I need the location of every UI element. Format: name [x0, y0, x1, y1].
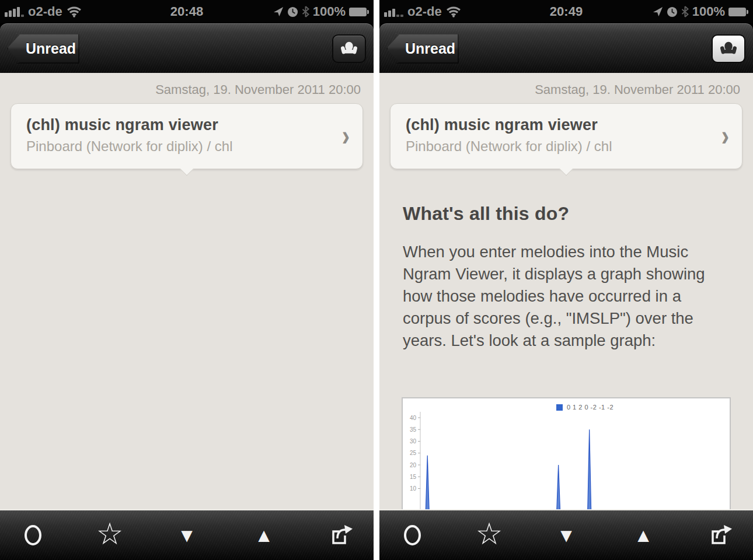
battery-icon — [728, 8, 746, 16]
previous-article-button[interactable]: ▼ — [550, 518, 583, 553]
unread-circle-button[interactable] — [16, 518, 49, 553]
star-icon: ☆ — [96, 519, 124, 549]
svg-text:20: 20 — [410, 462, 417, 468]
date-header: Samstag, 19. November 2011 20:00 — [13, 82, 361, 97]
navigation-bar: Unread — [0, 23, 374, 73]
star-button[interactable]: ☆ — [93, 518, 126, 553]
readability-armchair-button[interactable] — [712, 34, 745, 63]
svg-text:40: 40 — [410, 415, 417, 421]
bottom-toolbar: ☆ ▼ ▲ — [379, 509, 753, 560]
armchair-icon — [719, 41, 738, 57]
ngram-chart: 0 1 2 0 -2 -1 -2 40353025201510 — [402, 397, 731, 509]
back-button-label: Unread — [405, 40, 455, 57]
legend-swatch-icon — [556, 404, 563, 411]
next-article-button[interactable]: ▲ — [247, 518, 280, 553]
article-paragraph: When you enter melodies into the Music N… — [403, 241, 725, 352]
status-bar: o2-de 20:48 100% — [0, 0, 374, 23]
phone-screenshot-left: o2-de 20:48 100% Unrea — [0, 0, 374, 560]
svg-text:35: 35 — [410, 426, 417, 433]
next-article-button[interactable]: ▲ — [627, 518, 660, 553]
card-tail-pointer — [180, 162, 194, 176]
chart-legend: 0 1 2 0 -2 -1 -2 — [421, 404, 731, 411]
chevron-right-icon: › — [342, 119, 350, 152]
armchair-icon — [340, 41, 358, 57]
article-reader-content: Samstag, 19. November 2011 20:00 (chl) m… — [379, 73, 753, 509]
up-triangle-icon: ▲ — [634, 526, 653, 545]
status-bar: o2-de 20:49 100% — [379, 0, 753, 23]
article-card[interactable]: (chl) music ngram viewer Pinboard (Netwo… — [11, 103, 363, 169]
svg-text:30: 30 — [410, 438, 417, 444]
battery-icon — [349, 8, 367, 16]
article-card[interactable]: (chl) music ngram viewer Pinboard (Netwo… — [390, 103, 742, 169]
share-button[interactable] — [704, 518, 737, 553]
back-button-label: Unread — [26, 40, 76, 57]
date-header: Samstag, 19. November 2011 20:00 — [392, 82, 740, 97]
bottom-toolbar: ☆ ▼ ▲ — [0, 509, 374, 560]
chevron-right-icon: › — [721, 119, 729, 152]
back-button-unread[interactable]: Unread — [7, 33, 79, 64]
clock-time: 20:48 — [0, 4, 374, 19]
down-triangle-icon: ▼ — [177, 526, 197, 545]
article-heading: What's all this do? — [403, 203, 730, 225]
article-source: Pinboard (Network for diplix) / chl — [406, 138, 707, 155]
unread-circle-button[interactable] — [396, 518, 428, 553]
article-text: What's all this do? When you enter melod… — [379, 203, 753, 352]
svg-text:25: 25 — [410, 450, 417, 456]
share-icon — [329, 524, 353, 546]
svg-text:15: 15 — [410, 474, 417, 480]
clock-time: 20:49 — [379, 4, 753, 19]
up-triangle-icon: ▲ — [255, 526, 274, 545]
star-icon: ☆ — [476, 519, 503, 549]
chart-plot-area: 40353025201510 — [403, 411, 727, 509]
previous-article-button[interactable]: ▼ — [170, 518, 203, 553]
article-source: Pinboard (Network for diplix) / chl — [26, 138, 327, 155]
svg-text:10: 10 — [410, 485, 417, 492]
back-button-unread[interactable]: Unread — [386, 33, 459, 64]
unread-circle-icon — [25, 525, 41, 545]
article-list-content: Samstag, 19. November 2011 20:00 (chl) m… — [0, 73, 374, 509]
legend-label: 0 1 2 0 -2 -1 -2 — [567, 404, 613, 411]
down-triangle-icon: ▼ — [557, 526, 576, 545]
phone-screenshot-right: o2-de 20:49 100% Unrea — [379, 0, 753, 560]
card-tail-pointer — [559, 162, 573, 176]
star-button[interactable]: ☆ — [473, 518, 506, 553]
navigation-bar: Unread — [379, 23, 753, 73]
unread-circle-icon — [404, 525, 421, 545]
share-button[interactable] — [325, 518, 357, 553]
article-title: (chl) music ngram viewer — [406, 116, 707, 134]
share-icon — [708, 524, 733, 546]
readability-armchair-button[interactable] — [332, 34, 366, 63]
article-title: (chl) music ngram viewer — [26, 116, 327, 134]
